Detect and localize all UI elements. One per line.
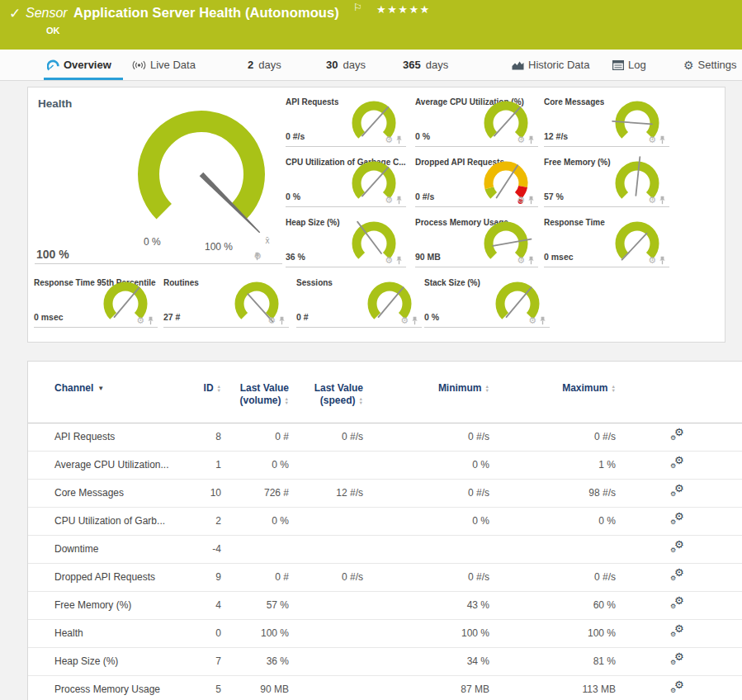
channel-settings-gears-icon[interactable]: ⚙⚙	[670, 513, 687, 529]
cell-minimum: 34 %	[467, 648, 489, 675]
gauge-settings-gear-icon[interactable]: ⚙	[517, 256, 525, 265]
channel-settings-gears-icon[interactable]: ⚙⚙	[670, 569, 687, 585]
gauge-settings-gear-icon[interactable]: ⚙	[648, 196, 656, 205]
table-row-process-memory-usage: Process Memory Usage590 MB87 MB113 MB⚙⚙	[28, 676, 742, 700]
chart-icon	[512, 60, 524, 70]
channel-settings-gears-icon[interactable]: ⚙⚙	[670, 541, 687, 557]
tab-30-days[interactable]: 30days	[326, 50, 366, 80]
gauge-settings-gear-icon[interactable]: ⚙	[517, 196, 525, 205]
gauge-settings-gear-icon[interactable]: ⚙	[136, 316, 144, 325]
tab-2-days[interactable]: 2days	[248, 50, 281, 80]
column-label: Maximum	[562, 382, 607, 394]
channel-table-panel: Channel▼ID▲▼Last Value(volume)▲▼Last Val…	[27, 361, 742, 700]
gauge-cell-core-messages: Core Messages12 #/s⚙	[544, 96, 669, 147]
channel-name: Process Memory Usage	[54, 676, 160, 700]
cell-minimum: 0 #/s	[468, 480, 489, 507]
tab-label: days	[343, 59, 365, 71]
gauge-pin-icon[interactable]	[659, 196, 666, 205]
gauge-pin-icon[interactable]	[659, 256, 666, 265]
gauge-cell-process-memory-usage: Process Memory Usage90 MB⚙	[415, 216, 538, 267]
column-header-maximum[interactable]: Maximum▲▼	[562, 382, 616, 395]
tab-label: Historic Data	[528, 59, 589, 71]
channel-settings-gears-icon[interactable]: ⚙⚙	[670, 681, 687, 698]
sensor-title: Application Server Health (Autonomous)	[73, 5, 339, 21]
cell-maximum: 0 %	[598, 508, 616, 535]
channel-name: Heap Size (%)	[54, 648, 118, 675]
cell-id: 0	[215, 620, 221, 647]
gauge-settings-gear-icon[interactable]: ⚙	[400, 316, 409, 325]
gauge-settings-gear-icon[interactable]: ⚙	[385, 196, 393, 205]
gauge-pin-icon[interactable]	[527, 135, 535, 144]
flag-icon[interactable]: ⚐	[353, 2, 362, 13]
gauge-pin-icon[interactable]	[395, 135, 403, 144]
gauge-current-value: 100 %	[36, 248, 69, 261]
gauge-pin-icon[interactable]	[395, 256, 403, 265]
cell-last-value-volume: 0 %	[272, 508, 289, 535]
tab-log[interactable]: Log	[612, 50, 646, 80]
tab-label: Live Data	[150, 59, 196, 71]
gauge-pin-icon[interactable]	[411, 316, 418, 325]
cell-id: 4	[215, 592, 221, 619]
column-label: Last Value	[314, 382, 363, 394]
gauge-value: 12 #/s	[544, 131, 568, 141]
gauge-title: Response Time	[544, 218, 605, 227]
channel-settings-gears-icon[interactable]: ⚙⚙	[670, 456, 687, 473]
tab-historic-data[interactable]: Historic Data	[512, 50, 589, 80]
gauge-settings-gear-icon[interactable]: ⚙	[528, 316, 536, 325]
channel-settings-gears-icon[interactable]: ⚙⚙	[670, 485, 687, 501]
channel-settings-gears-icon[interactable]: ⚙⚙	[670, 428, 687, 445]
table-row-downtime: Downtime-4⚙⚙	[28, 536, 742, 564]
tab-label: Log	[628, 59, 646, 71]
tab-label: days	[258, 59, 281, 71]
tab-live-data[interactable]: Live Data	[132, 50, 196, 80]
channel-settings-gears-icon[interactable]: ⚙⚙	[670, 625, 687, 641]
column-header-minimum[interactable]: Minimum▲▼	[438, 382, 489, 395]
gauge-cell-response-time: Response Time0 msec⚙	[544, 216, 669, 267]
gauge-value: 57 %	[544, 192, 564, 201]
cell-minimum: 0 %	[472, 452, 489, 479]
priority-stars[interactable]: ★★★★★	[376, 3, 431, 16]
gauge-cell-api-requests: API Requests0 #/s⚙	[286, 96, 406, 147]
channel-table-header: Channel▼ID▲▼Last Value(volume)▲▼Last Val…	[28, 380, 742, 423]
column-header-id[interactable]: ID▲▼	[204, 382, 221, 395]
gauge-cell-stack-size: Stack Size (%)0 %⚙	[424, 277, 550, 328]
gauge-value: 0 %	[424, 312, 439, 322]
gauge-cell-free-memory: Free Memory (%)57 %⚙	[544, 156, 669, 207]
gauge-pin-icon[interactable]	[527, 256, 535, 265]
tab-settings[interactable]: ⚙Settings	[683, 50, 737, 80]
sensor-status-badge: OK	[46, 26, 60, 35]
gauge-pin-icon[interactable]	[278, 316, 286, 325]
object-kind-label: Sensor	[26, 6, 68, 21]
tab-365-days[interactable]: 365days	[403, 50, 448, 80]
gauge-pin-icon[interactable]	[395, 196, 403, 205]
tab-overview[interactable]: Overview	[47, 50, 111, 80]
channel-settings-gears-icon[interactable]: ⚙⚙	[670, 653, 687, 669]
column-header-last-value-speed[interactable]: Last Value(speed)▲▼	[314, 382, 363, 407]
cell-maximum: 60 %	[593, 592, 616, 619]
gauge-settings-gear-icon[interactable]: ⚙	[648, 256, 656, 265]
gauge-pin-icon[interactable]	[527, 196, 535, 205]
gauge-value: 27 #	[163, 312, 180, 322]
column-header-last-value-volume[interactable]: Last Value(volume)▲▼	[240, 382, 289, 407]
gauge-settings-gear-icon[interactable]: ⚙	[385, 135, 393, 144]
gauge-pin-icon[interactable]	[659, 135, 666, 144]
gauge-cell-cpu-utilization-of-garbage-c: CPU Utilization of Garbage C...0 %⚙	[286, 156, 406, 207]
tab-label: Overview	[64, 59, 111, 71]
gauge-settings-gear-icon[interactable]: ⚙	[267, 316, 276, 325]
tab-label-number: 365	[403, 59, 421, 71]
channel-settings-gears-icon[interactable]: ⚙⚙	[670, 597, 687, 613]
gauge-value: 0 #/s	[415, 192, 434, 201]
column-label: ID	[204, 382, 214, 394]
cell-minimum: 87 MB	[461, 676, 489, 700]
gauge-pin-icon[interactable]	[147, 316, 154, 325]
column-header-channel[interactable]: Channel▼	[54, 382, 104, 395]
sort-arrows-icon: ▲▼	[359, 397, 363, 404]
gauge-title: Sessions	[296, 278, 333, 287]
gauge-cell-sessions: Sessions0 #⚙	[296, 277, 422, 328]
gauge-settings-gear-icon[interactable]: ⚙	[648, 135, 656, 144]
gauge-settings-gear-icon[interactable]: ⚙	[517, 135, 525, 144]
gauge-settings-gear-icon[interactable]: ⚙	[385, 256, 393, 265]
cell-id: -4	[212, 536, 221, 563]
gauge-pin-icon[interactable]	[539, 316, 546, 325]
column-label: (speed)	[320, 395, 356, 406]
